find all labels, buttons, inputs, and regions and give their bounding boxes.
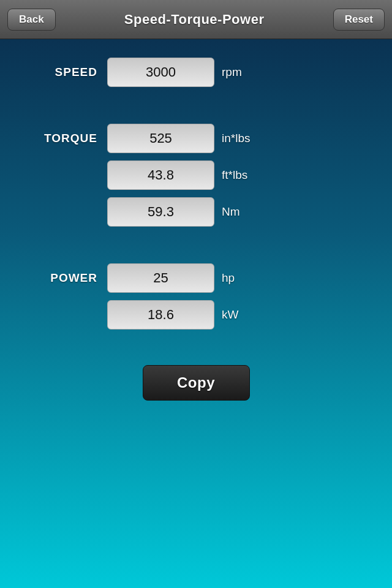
speed-label: SPEED bbox=[12, 66, 107, 79]
main-content: SPEED rpm TORQUE in*lbs ft*lbs Nm POWER … bbox=[0, 39, 392, 588]
torque-ftlbs-input[interactable] bbox=[107, 160, 214, 190]
speed-group: SPEED rpm bbox=[12, 58, 380, 94]
power-kw-row: kW bbox=[12, 300, 380, 330]
speed-unit: rpm bbox=[222, 66, 258, 79]
torque-nm-row: Nm bbox=[12, 197, 380, 227]
power-hp-row: POWER hp bbox=[12, 263, 380, 293]
torque-group: TORQUE in*lbs ft*lbs Nm bbox=[12, 124, 380, 234]
speed-input[interactable] bbox=[107, 58, 214, 87]
power-hp-input[interactable] bbox=[107, 263, 214, 293]
power-group: POWER hp kW bbox=[12, 263, 380, 337]
power-kw-input[interactable] bbox=[107, 300, 214, 330]
nav-bar: Back Speed-Torque-Power Reset bbox=[0, 0, 392, 39]
back-button[interactable]: Back bbox=[7, 9, 56, 31]
torque-ftlbs-unit: ft*lbs bbox=[222, 168, 258, 182]
copy-button[interactable]: Copy bbox=[143, 365, 250, 401]
torque-nm-unit: Nm bbox=[222, 205, 258, 219]
reset-button[interactable]: Reset bbox=[333, 9, 385, 31]
torque-nm-input[interactable] bbox=[107, 197, 214, 227]
torque-ftlbs-row: ft*lbs bbox=[12, 160, 380, 190]
torque-inlbs-unit: in*lbs bbox=[222, 132, 258, 145]
power-label: POWER bbox=[12, 271, 107, 285]
torque-inlbs-input[interactable] bbox=[107, 124, 214, 153]
torque-inlbs-row: TORQUE in*lbs bbox=[12, 124, 380, 153]
speed-row: SPEED rpm bbox=[12, 58, 380, 87]
power-kw-unit: kW bbox=[222, 308, 258, 322]
copy-button-container: Copy bbox=[12, 365, 380, 401]
page-title: Speed-Torque-Power bbox=[124, 12, 265, 28]
power-hp-unit: hp bbox=[222, 271, 258, 285]
torque-label: TORQUE bbox=[12, 132, 107, 145]
